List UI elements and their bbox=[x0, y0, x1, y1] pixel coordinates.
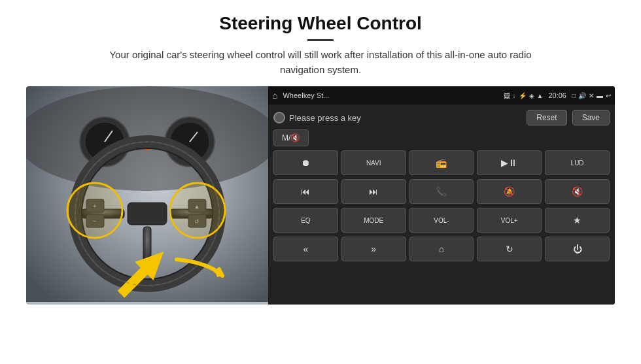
status-right-icons: □ 🔊 ✕ ▬ ↩ bbox=[572, 92, 611, 99]
controls-grid-row2: ⏮ ⏭ 📞 🔕 🔇 bbox=[273, 179, 610, 204]
home-button[interactable]: ⌂ bbox=[409, 237, 474, 261]
android-screen: ⌂ Wheelkey St... 🖼 ↓ ⚡ ◈ ▲ 20:06 □ 🔊 ✕ ▬… bbox=[268, 86, 615, 305]
radio-icon: 📻 bbox=[436, 157, 447, 168]
x-icon: ✕ bbox=[589, 92, 594, 99]
screenshot-icon: □ bbox=[572, 92, 576, 99]
radio-button[interactable]: 📻 bbox=[409, 150, 474, 175]
home-nav-icon[interactable]: ⌂ bbox=[272, 90, 277, 101]
status-icons: 🖼 ↓ ⚡ ◈ ▲ bbox=[504, 92, 544, 99]
navi-label: NAVI bbox=[366, 159, 381, 167]
fast-forward-icon: » bbox=[371, 244, 376, 254]
svg-rect-15 bbox=[128, 203, 167, 225]
refresh-button[interactable]: ↻ bbox=[477, 237, 542, 261]
reset-button[interactable]: Reset bbox=[527, 110, 566, 125]
phone-button[interactable]: 📞 bbox=[409, 179, 474, 204]
app-name-label: Wheelkey St... bbox=[283, 91, 500, 99]
bluetooth-button[interactable]: ★ bbox=[545, 208, 610, 233]
back-icon: ↩ bbox=[606, 92, 611, 99]
usb-icon: ⚡ bbox=[519, 92, 527, 99]
title-divider bbox=[307, 39, 334, 41]
mute-phone-icon: 🔕 bbox=[504, 186, 515, 197]
signal-icon: ▲ bbox=[537, 92, 544, 99]
source-button[interactable]: ⏺ bbox=[273, 150, 338, 175]
eq-label: EQ bbox=[301, 217, 310, 224]
steering-wheel-photo: + − ▲ ↺ bbox=[26, 86, 268, 305]
home-icon: ⌂ bbox=[439, 244, 444, 254]
rewind-button[interactable]: « bbox=[273, 237, 338, 261]
key-indicator-dot bbox=[273, 112, 285, 124]
vol-up-button[interactable]: VOL+ bbox=[477, 208, 542, 233]
prev-button[interactable]: ⏮ bbox=[273, 179, 338, 204]
prev-icon: ⏮ bbox=[301, 186, 310, 197]
volume-icon: 🔊 bbox=[578, 92, 586, 99]
power-button[interactable]: ⏻ bbox=[545, 237, 610, 261]
mode-label: MODE bbox=[364, 217, 383, 224]
volume-mute-button[interactable]: 🔇 bbox=[545, 179, 610, 204]
controls-grid-row4: « » ⌂ ↻ ⏻ bbox=[273, 237, 610, 261]
svg-point-25 bbox=[170, 183, 225, 238]
navi-button[interactable]: NAVI bbox=[341, 150, 406, 175]
lud-button[interactable]: LUD bbox=[545, 150, 610, 175]
vol-up-label: VOL+ bbox=[501, 217, 518, 224]
refresh-icon: ↻ bbox=[506, 244, 513, 254]
save-button[interactable]: Save bbox=[572, 110, 610, 125]
download-icon: ↓ bbox=[513, 92, 516, 99]
play-pause-button[interactable]: ▶⏸ bbox=[477, 150, 542, 175]
play-pause-icon: ▶⏸ bbox=[501, 157, 517, 168]
page-wrapper: Steering Wheel Control Your original car… bbox=[0, 0, 641, 311]
controls-grid-row3: EQ MODE VOL- VOL+ ★ bbox=[273, 208, 610, 233]
controls-grid-row1: ⏺ NAVI 📻 ▶⏸ LUD bbox=[273, 150, 610, 175]
key-status-indicator: Please press a key bbox=[273, 112, 521, 124]
phone-icon: 📞 bbox=[436, 186, 447, 197]
vol-down-button[interactable]: VOL- bbox=[409, 208, 474, 233]
eq-button[interactable]: EQ bbox=[273, 208, 338, 233]
next-button[interactable]: ⏭ bbox=[341, 179, 406, 204]
app-content-area: Please press a key Reset Save M/🔇 ⏺ NAVI… bbox=[268, 105, 615, 305]
location-icon: ◈ bbox=[529, 92, 534, 99]
key-status-row: Please press a key Reset Save bbox=[273, 110, 610, 125]
page-title: Steering Wheel Control bbox=[26, 13, 615, 34]
status-bar: ⌂ Wheelkey St... 🖼 ↓ ⚡ ◈ ▲ 20:06 □ 🔊 ✕ ▬… bbox=[268, 86, 615, 105]
volume-mute-icon: 🔇 bbox=[572, 186, 583, 197]
next-icon: ⏭ bbox=[369, 186, 378, 197]
mute-button[interactable]: M/🔇 bbox=[273, 129, 309, 146]
page-subtitle: Your original car's steering wheel contr… bbox=[92, 48, 549, 77]
source-icon: ⏺ bbox=[301, 157, 310, 168]
window-icon: ▬ bbox=[597, 92, 603, 99]
bluetooth-icon: ★ bbox=[573, 215, 581, 225]
vol-down-label: VOL- bbox=[434, 217, 449, 224]
content-area: + − ▲ ↺ bbox=[26, 86, 615, 305]
rewind-icon: « bbox=[303, 244, 309, 254]
mute-phone-button[interactable]: 🔕 bbox=[477, 179, 542, 204]
status-time: 20:06 bbox=[548, 91, 566, 99]
fast-forward-button[interactable]: » bbox=[341, 237, 406, 261]
image-icon: 🖼 bbox=[504, 92, 510, 99]
key-press-text: Please press a key bbox=[289, 113, 361, 123]
lud-label: LUD bbox=[571, 159, 584, 167]
mute-label: M/🔇 bbox=[282, 133, 300, 142]
power-icon: ⏻ bbox=[573, 244, 582, 254]
title-section: Steering Wheel Control Your original car… bbox=[26, 13, 615, 77]
mode-button[interactable]: MODE bbox=[341, 208, 406, 233]
mute-row: M/🔇 bbox=[273, 129, 610, 146]
